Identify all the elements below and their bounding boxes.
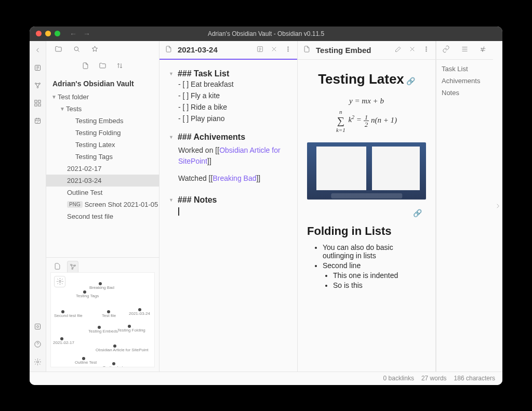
outline-tab-icon[interactable] [461,45,469,55]
editor-pane-source: 2021-03-24 ▼### Task List - [ ] Eat brea… [159,41,298,372]
svg-point-23 [426,49,427,50]
svg-point-10 [37,326,39,328]
backlinks-icon[interactable] [34,99,42,108]
tree-folder[interactable]: ▼Tests [46,103,159,115]
edit-mode-icon[interactable] [394,45,402,55]
file-explorer-sidebar: Adrian's Obsidian Vault ▼Test folder ▼Te… [46,41,159,372]
file-explorer-tab-icon[interactable] [55,45,62,55]
nav-back-icon[interactable]: ← [70,30,77,38]
latex-equation: n∑k=1 k2 = 12 n(n + 1) [307,109,426,133]
text-line[interactable]: Worked on [[Obsidian Article for SitePoi… [169,142,288,170]
vault-icon[interactable] [34,323,42,331]
svg-rect-5 [38,100,41,102]
close-window-button[interactable] [36,31,42,36]
graph-canvas[interactable]: Breaking Bad Testing Tags Second test fi… [50,272,155,367]
graph-tab-file-icon[interactable] [51,261,63,272]
help-icon[interactable] [34,340,42,349]
editor-content[interactable]: ▼### Task List - [ ] Eat breakfast - [ ]… [159,60,297,372]
sort-icon[interactable] [116,62,124,71]
left-rail [30,41,46,372]
document-icon [303,45,311,55]
tree-file[interactable]: Second test file [46,210,159,222]
svg-rect-7 [38,104,41,106]
starred-tab-icon[interactable] [91,45,99,55]
minimize-window-button[interactable] [45,31,51,36]
svg-point-20 [288,48,289,49]
outline-panel: Task List Achivements Notes [436,41,493,372]
pane-header: Testing Embed [298,41,435,60]
pane-title: Testing Embed [316,46,389,55]
graph-settings-icon[interactable] [54,276,65,287]
task-item[interactable]: - [ ] Eat breakfast [169,78,288,90]
nav-forward-icon[interactable]: → [83,30,90,38]
app-window: ← → Adrian's Obsidian Vault - Obsidian v… [30,26,502,385]
close-pane-icon[interactable] [408,45,416,55]
svg-point-24 [426,50,427,51]
wikilink[interactable]: Breaking Bad [212,174,256,182]
local-graph-panel: Breaking Bad Testing Tags Second test fi… [46,257,159,372]
tree-file[interactable]: PNGScreen Shot 2021-01-05 [46,198,159,210]
task-item[interactable]: - [ ] Play piano [169,113,288,124]
nav-arrows: ← → [70,30,90,38]
outline-item[interactable]: Task List [441,63,489,75]
search-tab-icon[interactable] [73,45,81,55]
tree-folder[interactable]: ▼Test folder [46,91,159,103]
outline-item[interactable]: Achivements [441,75,489,87]
pane-title: 2021-03-24 [178,45,251,54]
heading-achievements: ### Achivements [178,132,245,142]
settings-icon[interactable] [34,358,42,366]
daily-note-icon[interactable] [34,117,42,125]
preview-mode-icon[interactable] [256,45,264,55]
heading-notes: ### Notes [178,195,217,205]
links-tab-icon[interactable] [442,45,450,55]
outline-item[interactable]: Notes [441,87,489,99]
task-item[interactable]: - [ ] Fly a kite [169,90,288,101]
collapse-left-icon[interactable] [34,46,42,55]
svg-rect-4 [35,100,37,102]
tree-file[interactable]: Testing Folding [46,127,159,139]
more-options-icon[interactable] [284,45,292,55]
more-options-icon[interactable] [422,45,430,55]
heading-tasks: ### Task List [178,69,229,78]
tree-file[interactable]: Testing Tags [46,151,159,163]
tree-file[interactable]: Testing Embeds [46,115,159,127]
status-backlinks[interactable]: 0 backlinks [383,375,414,382]
tags-tab-icon[interactable] [480,45,487,55]
graph-tab-graph-icon[interactable] [67,261,78,272]
list-item: You can also do basic outlinging in list… [323,243,426,260]
svg-rect-6 [35,104,37,106]
embedded-image[interactable] [307,142,426,200]
heading-link-icon[interactable]: 🔗 [406,77,415,85]
svg-point-19 [288,46,289,47]
tree-file[interactable]: 2021-02-17 [46,163,159,175]
svg-point-12 [37,361,39,363]
tree-file[interactable]: Testing Latex [46,139,159,151]
graph-view-icon[interactable] [34,82,42,90]
new-folder-icon[interactable] [99,62,107,71]
svg-rect-8 [35,118,41,123]
svg-point-21 [288,50,289,51]
preview-content[interactable]: Testing Latex🔗 y = mx + b n∑k=1 k2 = 12 … [298,60,435,372]
quick-switcher-icon[interactable] [34,64,42,72]
svg-point-22 [426,47,427,48]
preview-heading: Testing Latex🔗 [307,71,426,87]
svg-point-3 [37,87,38,88]
preview-list: You can also do basic outlinging in list… [307,243,426,289]
editor-pane-preview: Testing Embed Testing Latex🔗 y = mx + b … [298,41,436,372]
task-item[interactable]: - [ ] Ride a bike [169,101,288,113]
text-line[interactable]: Watched [[Breaking Bad]] [169,170,288,187]
vault-title: Adrian's Obsidian Vault [46,76,159,91]
status-wordcount: 27 words [421,375,447,382]
list-item: Second line This one is indented So is t… [323,261,426,289]
status-charcount: 186 characters [454,375,495,382]
status-bar: 0 backlinks 27 words 186 characters [30,372,502,385]
document-icon [165,45,172,55]
maximize-window-button[interactable] [55,31,60,36]
heading-link-icon[interactable]: 🔗 [307,209,422,217]
close-pane-icon[interactable] [270,45,278,55]
tree-file[interactable]: Outline Test [46,187,159,198]
collapse-right-icon[interactable] [493,41,502,372]
editor-cursor-line[interactable] [169,205,288,218]
new-note-icon[interactable] [82,62,89,71]
tree-file-active[interactable]: 2021-03-24 [46,175,159,187]
